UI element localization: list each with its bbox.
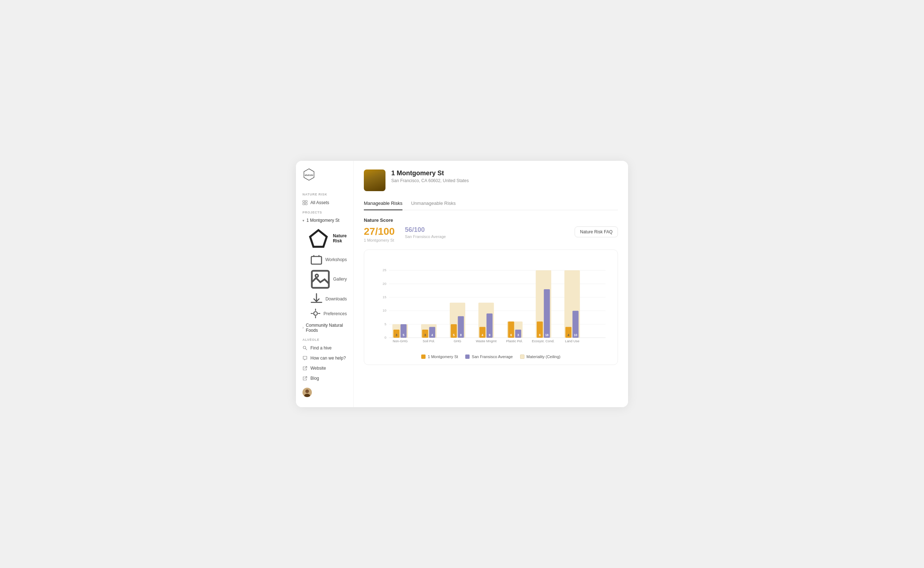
svg-point-12	[304, 394, 310, 397]
svg-text:18: 18	[545, 333, 548, 337]
gallery-label: Gallery	[333, 276, 347, 282]
sidebar-item-blog[interactable]: Blog	[296, 373, 353, 383]
help-icon	[303, 356, 307, 361]
nature-risk-icon	[307, 227, 330, 250]
avg-score-value: 56/100	[405, 227, 446, 233]
logo[interactable]: alvéole	[296, 168, 353, 190]
all-assets-label: All Assets	[311, 200, 329, 205]
find-hive-label: Find a hive	[311, 346, 332, 350]
legend-swatch-asset	[421, 355, 426, 359]
svg-text:Non-GHG: Non-GHG	[393, 339, 407, 343]
svg-text:20: 20	[383, 282, 386, 286]
sidebar-project-2[interactable]: › Community Natural Foods	[296, 320, 353, 335]
avg-score-label: San Fransisco Average	[405, 234, 446, 239]
sidebar-item-workshops[interactable]: Workshops	[296, 252, 353, 267]
svg-text:6: 6	[510, 333, 512, 337]
workshops-icon	[311, 254, 322, 266]
sidebar-project-1[interactable]: ▾ 1 Montgomery St	[296, 216, 353, 225]
sidebar-item-website[interactable]: Website	[296, 363, 353, 373]
sidebar-item-gallery[interactable]: Gallery	[296, 267, 353, 291]
chart-svg: 25 20 15 10 5 0	[373, 257, 609, 351]
svg-point-10	[303, 346, 306, 349]
gallery-icon	[311, 269, 330, 289]
alveole-section-label: ALVÉOLE	[296, 335, 353, 343]
sidebar-item-help[interactable]: How can we help?	[296, 353, 353, 363]
blog-label: Blog	[311, 376, 319, 381]
projects-section-label: PROJECTS	[296, 208, 353, 216]
svg-rect-6	[311, 257, 321, 264]
avg-score-block: 56/100 San Fransisco Average	[405, 227, 446, 239]
svg-text:4: 4	[568, 333, 570, 337]
svg-text:10: 10	[383, 309, 386, 313]
score-row: 27/100 1 Montgomery St 56/100 San Fransi…	[364, 227, 618, 242]
faq-button[interactable]: Nature Risk FAQ	[575, 227, 618, 237]
sidebar-item-find-hive[interactable]: Find a hive	[296, 343, 353, 353]
svg-text:0: 0	[385, 336, 386, 340]
preferences-icon	[311, 308, 321, 319]
nature-score-section: Nature Score 27/100 1 Montgomery St 56/1…	[364, 218, 618, 242]
sidebar-bottom	[296, 383, 353, 401]
chart-area: 25 20 15 10 5 0	[373, 257, 609, 351]
legend-label-asset: 1 Montgomery St	[428, 355, 458, 359]
downloads-label: Downloads	[326, 296, 347, 302]
tab-unmanageable-risks[interactable]: Unmanageable Risks	[411, 198, 456, 210]
svg-text:Soil Pol.: Soil Pol.	[423, 339, 435, 343]
website-label: Website	[311, 366, 326, 371]
main-score-label: 1 Montgomery St	[364, 238, 395, 242]
nature-risk-section-label: NATURE RISK	[296, 190, 353, 198]
nature-risk-label: Nature Risk	[333, 233, 347, 243]
workshops-label: Workshops	[325, 257, 347, 262]
svg-rect-3	[305, 201, 307, 202]
legend-swatch-ceiling	[520, 355, 524, 359]
project2-label: Community Natural Foods	[306, 323, 347, 333]
svg-text:25: 25	[383, 269, 386, 272]
svg-text:10: 10	[574, 333, 577, 337]
svg-text:alvéole: alvéole	[304, 174, 313, 176]
sidebar-item-preferences[interactable]: Preferences	[296, 307, 353, 320]
chart-container: 25 20 15 10 5 0	[364, 249, 618, 365]
avatar[interactable]	[303, 388, 312, 397]
tab-manageable-risks[interactable]: Manageable Risks	[364, 198, 403, 210]
svg-text:Plastic Pol.: Plastic Pol.	[506, 339, 523, 343]
svg-text:3: 3	[395, 333, 397, 337]
help-label: How can we help?	[311, 356, 346, 361]
svg-text:4: 4	[431, 333, 433, 337]
legend-item-asset: 1 Montgomery St	[421, 355, 458, 359]
svg-text:3: 3	[424, 333, 426, 337]
svg-rect-2	[303, 201, 304, 202]
svg-text:5: 5	[453, 333, 455, 337]
sidebar-item-all-assets[interactable]: All Assets	[296, 198, 353, 208]
sidebar-item-nature-risk[interactable]: Nature Risk	[296, 225, 353, 252]
svg-text:Land Use: Land Use	[565, 339, 579, 343]
svg-rect-4	[303, 203, 304, 205]
property-image-inner	[364, 169, 385, 191]
sidebar: alvéole NATURE RISK All Assets PROJECTS …	[296, 161, 354, 407]
property-image	[364, 169, 385, 191]
project1-label: 1 Montgomery St	[306, 218, 339, 223]
search-icon	[303, 346, 307, 350]
bar-avg-5	[544, 289, 550, 338]
sidebar-item-downloads[interactable]: Downloads	[296, 291, 353, 307]
svg-text:4: 4	[482, 333, 483, 337]
nature-score-title: Nature Score	[364, 218, 618, 223]
external-link-icon	[303, 366, 307, 371]
main-content: 1 Montgomery St San Francisco, CA 60602,…	[354, 161, 628, 407]
legend-item-avg: San Fransisco Average	[465, 355, 513, 359]
svg-text:Ecosyst. Cond.: Ecosyst. Cond.	[532, 339, 554, 343]
legend-label-avg: San Fransisco Average	[472, 355, 513, 359]
svg-point-8	[315, 275, 318, 277]
legend-label-ceiling: Materiality (Ceiling)	[527, 355, 560, 359]
preferences-label: Preferences	[323, 311, 347, 316]
property-header: 1 Montgomery St San Francisco, CA 60602,…	[364, 169, 618, 191]
svg-text:3: 3	[517, 333, 519, 337]
legend-swatch-avg	[465, 355, 470, 359]
blog-icon	[303, 376, 307, 381]
main-score-value: 27/100	[364, 227, 395, 237]
legend-item-ceiling: Materiality (Ceiling)	[520, 355, 560, 359]
property-name: 1 Montgomery St	[391, 169, 469, 177]
svg-text:6: 6	[539, 333, 541, 337]
property-address: San Francisco, CA 60602, United States	[391, 178, 469, 183]
svg-point-11	[305, 390, 309, 393]
tabs: Manageable Risks Unmanageable Risks	[364, 198, 618, 210]
chart-legend: 1 Montgomery St San Fransisco Average Ma…	[373, 355, 609, 359]
